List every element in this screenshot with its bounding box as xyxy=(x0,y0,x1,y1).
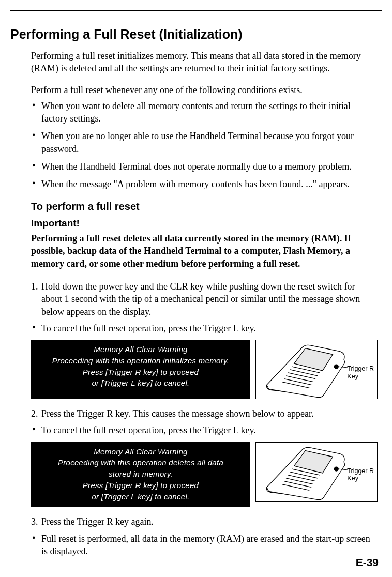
condition-item: When the message "A problem with memory … xyxy=(31,178,378,190)
condition-item: When the Handheld Terminal does not oper… xyxy=(31,160,378,173)
sub-heading: To perform a full reset xyxy=(31,200,378,214)
trigger-r-callout: Trigger R Key xyxy=(347,365,374,380)
lcd-message-2: Memory All Clear Warning Proceeding with… xyxy=(31,442,250,508)
step-2-cancel-note: To cancel the full reset operation, pres… xyxy=(31,424,378,436)
condition-item: When you are no longer able to use the H… xyxy=(31,130,378,155)
lcd-line: Proceeding with this operation initializ… xyxy=(34,355,247,367)
lcd-line: Press [Trigger R key] to proceed xyxy=(34,367,247,378)
figure-row-1: Memory All Clear Warning Proceeding with… xyxy=(31,340,378,399)
trigger-r-callout: Trigger R Key xyxy=(347,467,374,482)
step-2-text: Press the Trigger R key. This causes the… xyxy=(41,408,313,419)
step-3-text: Press the Trigger R key again. xyxy=(41,517,154,527)
lcd-line: Memory All Clear Warning xyxy=(34,446,247,458)
lcd-line: Proceeding with this operation deletes a… xyxy=(34,457,247,468)
step-number: 1. xyxy=(31,280,38,293)
device-illustration-2: Trigger R Key xyxy=(255,442,378,502)
lcd-line: Memory All Clear Warning xyxy=(34,344,247,355)
step-number: 3. xyxy=(31,515,38,528)
lcd-line: or [Trigger L key] to cancel. xyxy=(34,491,247,503)
page-number: E-39 xyxy=(10,555,382,570)
lcd-line: Press [Trigger R key] to proceed xyxy=(34,480,247,491)
condition-item: When you want to delete all memory conte… xyxy=(31,100,378,125)
step-3-note: Full reset is performed, all data in the… xyxy=(31,533,378,558)
top-rule xyxy=(10,10,382,11)
lcd-message-1: Memory All Clear Warning Proceeding with… xyxy=(31,340,250,399)
intro-paragraph-1: Performing a full reset initializes memo… xyxy=(31,50,378,75)
step-3: 3. Press the Trigger R key again. xyxy=(31,515,378,528)
svg-point-14 xyxy=(334,467,338,471)
page-title: Performing a Full Reset (Initialization) xyxy=(10,26,382,43)
step-2: 2. Press the Trigger R key. This causes … xyxy=(31,407,378,420)
step-1: 1. Hold down the power key and the CLR k… xyxy=(31,280,378,318)
step-1-cancel-note: To cancel the full reset operation, pres… xyxy=(31,322,378,335)
step-1-text: Hold down the power key and the CLR key … xyxy=(41,281,360,317)
important-label: Important! xyxy=(31,217,378,230)
lcd-line: or [Trigger L key] to cancel. xyxy=(34,377,247,389)
important-text: Performing a full reset deletes all data… xyxy=(31,232,378,270)
intro-paragraph-2: Perform a full reset whenever any one of… xyxy=(31,84,378,96)
figure-row-2: Memory All Clear Warning Proceeding with… xyxy=(31,442,378,508)
svg-point-6 xyxy=(334,365,338,369)
conditions-list: When you want to delete all memory conte… xyxy=(31,100,378,191)
step-number: 2. xyxy=(31,407,38,420)
device-illustration-1: Trigger R Key xyxy=(255,340,378,399)
lcd-line: stored in memory. xyxy=(34,468,247,480)
